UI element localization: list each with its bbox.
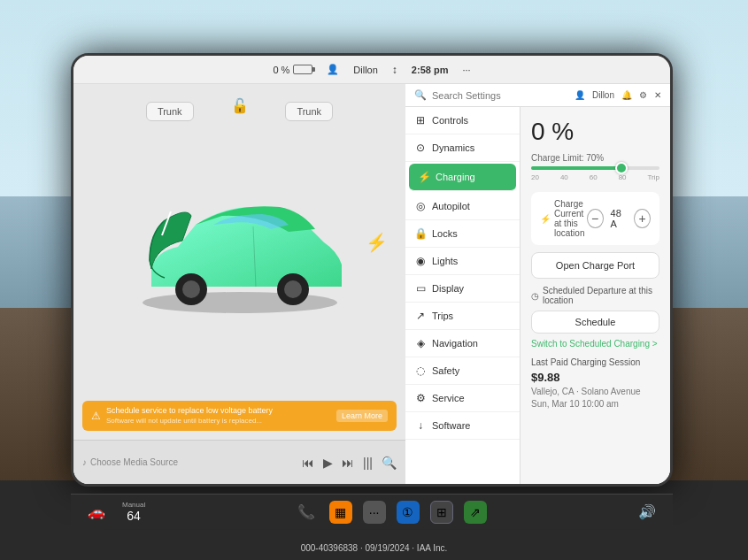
slider-label-40: 40 bbox=[560, 173, 568, 181]
media-buttons: ⏮ ▶ ⏭ ||| 🔍 bbox=[302, 456, 397, 470]
increase-current-button[interactable]: + bbox=[634, 209, 651, 228]
menu-item-trips[interactable]: ↗ Trips bbox=[405, 303, 520, 330]
menu-item-controls[interactable]: ⊞ Controls bbox=[405, 107, 520, 134]
charging-session-date: Sun, Mar 10 10:00 am bbox=[531, 398, 659, 410]
last-charging-location: Vallejo, CA · Solano Avenue Sun, Mar 10 … bbox=[531, 386, 659, 410]
charge-current-section: ⚡ Charge Current at this location − 48 A… bbox=[531, 192, 659, 245]
slider-label-80: 80 bbox=[619, 173, 627, 181]
warning-sub-text: Software will not update until battery i… bbox=[106, 417, 331, 426]
menu-item-autopilot[interactable]: ◎ Autopilot bbox=[405, 193, 520, 220]
menu-label-service: Service bbox=[432, 393, 465, 403]
left-panel: Trunk Trunk 🔓 bbox=[73, 84, 405, 484]
phone-icon-taskbar[interactable]: 📞 bbox=[294, 500, 319, 524]
software-icon: ↓ bbox=[414, 419, 427, 432]
last-charging-section: Last Paid Charging Session $9.88 Vallejo… bbox=[531, 357, 659, 410]
search-input[interactable] bbox=[432, 90, 569, 101]
bell-icon[interactable]: 🔔 bbox=[621, 90, 632, 100]
status-menu[interactable]: ··· bbox=[462, 65, 470, 75]
tesla-screen: 0 % 👤 Dillon ↕ 2:58 pm ··· Trunk Trunk bbox=[71, 53, 673, 487]
menu-item-safety[interactable]: ◌ Safety bbox=[405, 357, 520, 385]
charge-current-controls: − 48 A + bbox=[587, 208, 651, 229]
search-media-button[interactable]: 🔍 bbox=[382, 456, 397, 470]
menu-item-display[interactable]: ▭ Display bbox=[405, 275, 520, 303]
trunk-label-front: Trunk bbox=[146, 102, 194, 121]
menu-label-trips: Trips bbox=[432, 311, 453, 321]
equalizer-button[interactable]: ||| bbox=[363, 456, 373, 470]
menu-label-display: Display bbox=[432, 283, 464, 294]
charge-current-value: 48 A bbox=[611, 208, 628, 229]
menu-label-navigation: Navigation bbox=[432, 338, 478, 349]
status-bar: 0 % 👤 Dillon ↕ 2:58 pm ··· bbox=[73, 56, 670, 84]
menu-label-lights: Lights bbox=[432, 256, 458, 266]
decrease-current-button[interactable]: − bbox=[587, 209, 604, 228]
settings-icon[interactable]: ⚙ bbox=[639, 90, 647, 100]
last-charging-title: Last Paid Charging Session bbox=[531, 357, 659, 367]
close-icon[interactable]: ✕ bbox=[654, 90, 661, 100]
volume-icon-taskbar[interactable]: 🔊 bbox=[635, 500, 659, 524]
charging-icon: ⚡ bbox=[418, 171, 430, 183]
car-shadow bbox=[143, 292, 337, 313]
scheduled-departure-label: Scheduled Departure at this location bbox=[543, 286, 659, 305]
status-username: Dillon bbox=[353, 65, 378, 75]
battery-indicator: 0 % bbox=[273, 65, 312, 75]
learn-more-button[interactable]: Learn More bbox=[336, 410, 388, 422]
schedule-button[interactable]: Schedule bbox=[531, 311, 659, 334]
wheel-rear-inner bbox=[284, 280, 302, 298]
navigation-icon: ◈ bbox=[414, 337, 427, 349]
display-icon: ▭ bbox=[414, 282, 427, 295]
slider-label-20: 20 bbox=[531, 173, 539, 181]
gear-selector: Manual 64 bbox=[122, 501, 145, 523]
header-username: Dillon bbox=[592, 90, 614, 100]
photo-label: 000-40396838 · 09/19/2024 · IAA Inc. bbox=[301, 543, 448, 553]
media-source: ♪ Choose Media Source bbox=[82, 457, 295, 467]
menu-item-lights[interactable]: ◉ Lights bbox=[405, 248, 520, 275]
car-area: Trunk Trunk 🔓 bbox=[73, 84, 405, 401]
taskbar: 🚗 Manual 64 📞 ▦ ··· ① ⊞ ⇗ 🔊 bbox=[71, 494, 673, 529]
dynamics-icon: ⊙ bbox=[414, 142, 427, 154]
clock-icon: ◷ bbox=[531, 291, 539, 301]
trunk-label-rear: Trunk bbox=[285, 102, 333, 121]
controls-icon: ⊞ bbox=[414, 114, 427, 127]
play-pause-button[interactable]: ▶ bbox=[323, 456, 333, 470]
app-green[interactable]: ⇗ bbox=[464, 501, 487, 524]
menu-label-charging: Charging bbox=[436, 172, 475, 182]
car-visualization bbox=[116, 163, 364, 322]
media-controls: ♪ Choose Media Source ⏮ ▶ ⏭ ||| 🔍 bbox=[73, 440, 405, 484]
menu-item-dynamics[interactable]: ⊙ Dynamics bbox=[405, 134, 520, 162]
menu-item-software[interactable]: ↓ Software bbox=[405, 412, 520, 440]
next-track-button[interactable]: ⏭ bbox=[342, 456, 354, 470]
user-profile-icon: 👤 bbox=[574, 90, 585, 100]
app-grid[interactable]: ⊞ bbox=[430, 501, 453, 524]
search-bar: 🔍 👤 Dillon 🔔 ⚙ ✕ bbox=[405, 84, 670, 107]
menu-label-software: Software bbox=[432, 420, 470, 431]
menu-label-safety: Safety bbox=[432, 365, 459, 376]
safety-icon: ◌ bbox=[414, 364, 427, 377]
car-icon-taskbar[interactable]: 🚗 bbox=[84, 500, 109, 524]
charge-slider[interactable]: 20 40 60 80 Trip bbox=[531, 166, 659, 181]
app-orange[interactable]: ▦ bbox=[329, 501, 352, 524]
open-charge-port-button[interactable]: Open Charge Port bbox=[531, 252, 659, 279]
gear-label: Manual bbox=[122, 501, 145, 509]
gear-value: 64 bbox=[127, 509, 141, 523]
charge-current-text: Charge Current at this location bbox=[554, 199, 587, 238]
trips-icon: ↗ bbox=[414, 310, 427, 322]
menu-label-controls: Controls bbox=[432, 115, 468, 126]
menu-label-dynamics: Dynamics bbox=[432, 142, 474, 153]
menu-item-service[interactable]: ⚙ Service bbox=[405, 385, 520, 412]
lights-icon: ◉ bbox=[414, 255, 427, 267]
slider-labels: 20 40 60 80 Trip bbox=[531, 173, 659, 181]
menu-item-navigation[interactable]: ◈ Navigation bbox=[405, 330, 520, 357]
app-dots[interactable]: ··· bbox=[363, 501, 386, 524]
charging-bolt-icon: ⚡ bbox=[540, 214, 551, 224]
music-note-icon: ♪ bbox=[82, 457, 87, 467]
menu-item-charging[interactable]: ⚡ Charging bbox=[409, 164, 516, 191]
warning-main-text: Schedule service to replace low voltage … bbox=[106, 406, 331, 417]
warning-icon: ⚠ bbox=[91, 410, 101, 422]
media-source-label[interactable]: Choose Media Source bbox=[90, 457, 178, 467]
prev-track-button[interactable]: ⏮ bbox=[302, 456, 314, 470]
slider-label-trip: Trip bbox=[648, 173, 659, 181]
menu-item-locks[interactable]: 🔒 Locks bbox=[405, 220, 520, 248]
charge-slider-thumb[interactable] bbox=[615, 162, 628, 174]
app-blue[interactable]: ① bbox=[397, 501, 420, 524]
switch-scheduled-charging[interactable]: Switch to Scheduled Charging > bbox=[531, 339, 659, 349]
